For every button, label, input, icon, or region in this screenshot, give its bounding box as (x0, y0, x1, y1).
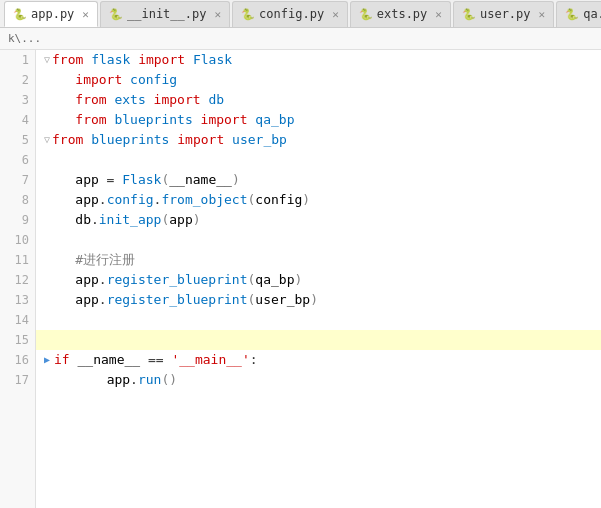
arg-config: config (255, 190, 302, 210)
tab-icon-qa-py: 🐍 (565, 8, 579, 21)
tab-qa-py[interactable]: 🐍 qa.py ✕ (556, 1, 601, 27)
var-app-8: app (75, 190, 98, 210)
tab-close-app-py[interactable]: ✕ (82, 8, 89, 21)
tab-app-py[interactable]: 🐍 app.py ✕ (4, 1, 98, 27)
code-line-10 (36, 230, 601, 250)
kw-import-1: import (138, 50, 185, 70)
comment-register: #进行注册 (75, 250, 135, 270)
arg-app-9: app (169, 210, 192, 230)
line-num-15: 15 (0, 330, 35, 350)
var-app-12: app (75, 270, 98, 290)
code-line-16: ▶if __name__ == '__main__': (36, 350, 601, 370)
tab-label-init-py: __init__.py (127, 7, 206, 21)
method-register-blueprint-12: register_blueprint (107, 270, 248, 290)
collapse-icon-5[interactable]: ▽ (44, 130, 50, 150)
method-run: run (138, 370, 161, 390)
arg-user-bp: user_bp (255, 290, 310, 310)
method-config: config (107, 190, 154, 210)
line-num-4: 4 (0, 110, 35, 130)
breadcrumb: k\... (0, 28, 601, 50)
str-main: '__main__' (171, 350, 249, 370)
line-num-6: 6 (0, 150, 35, 170)
code-line-3: from exts import db (36, 90, 601, 110)
code-line-9: db.init_app(app) (36, 210, 601, 230)
line-num-10: 10 (0, 230, 35, 250)
line-num-3: 3 (0, 90, 35, 110)
code-line-11: #进行注册 (36, 250, 601, 270)
method-init-app: init_app (99, 210, 162, 230)
line-num-2: 2 (0, 70, 35, 90)
line-num-11: 11 (0, 250, 35, 270)
code-line-14 (36, 310, 601, 330)
run-arrow-icon[interactable]: ▶ (44, 350, 50, 370)
collapse-icon-1[interactable]: ▽ (44, 50, 50, 70)
code-line-5: ▽from blueprints import user_bp (36, 130, 601, 150)
code-line-7: app = Flask(__name__) (36, 170, 601, 190)
name-flask: Flask (193, 50, 232, 70)
line-num-14: 14 (0, 310, 35, 330)
code-line-6 (36, 150, 601, 170)
tab-close-exts-py[interactable]: ✕ (435, 8, 442, 21)
kw-import-4: import (201, 110, 248, 130)
code-line-8: app.config.from_object(config) (36, 190, 601, 210)
method-register-blueprint-13: register_blueprint (107, 290, 248, 310)
var-db: db (75, 210, 91, 230)
name-db: db (208, 90, 224, 110)
editor: 1 2 3 4 5 6 7 8 9 10 11 12 13 14 15 16 1… (0, 50, 601, 508)
arg-qa-bp: qa_bp (255, 270, 294, 290)
tab-exts-py[interactable]: 🐍 exts.py ✕ (350, 1, 451, 27)
tab-label-app-py: app.py (31, 7, 74, 21)
line-numbers: 1 2 3 4 5 6 7 8 9 10 11 12 13 14 15 16 1… (0, 50, 36, 508)
tab-icon-app-py: 🐍 (13, 8, 27, 21)
var-app-13: app (75, 290, 98, 310)
kw-from-5: from (52, 130, 83, 150)
mod-flask: flask (91, 50, 130, 70)
kw-import-5: import (177, 130, 224, 150)
tab-label-qa-py: qa.py (583, 7, 601, 21)
code-content[interactable]: ▽from flask import Flask import config f… (36, 50, 601, 508)
code-line-17: app.run() (36, 370, 601, 390)
line-num-17: 17 (0, 370, 35, 390)
var-app-17: app (107, 370, 130, 390)
tab-user-py[interactable]: 🐍 user.py ✕ (453, 1, 554, 27)
mod-config: config (130, 70, 177, 90)
code-line-4: from blueprints import qa_bp (36, 110, 601, 130)
tab-label-exts-py: exts.py (377, 7, 428, 21)
tab-init-py[interactable]: 🐍 __init__.py ✕ (100, 1, 230, 27)
name-qa-bp: qa_bp (255, 110, 294, 130)
tab-bar: 🐍 app.py ✕ 🐍 __init__.py ✕ 🐍 config.py ✕… (0, 0, 601, 28)
kw-from-4: from (75, 110, 106, 130)
line-num-16: 16 (0, 350, 35, 370)
mod-blueprints-5: blueprints (91, 130, 169, 150)
code-line-13: app.register_blueprint(user_bp) (36, 290, 601, 310)
mod-blueprints-4: blueprints (114, 110, 192, 130)
tab-config-py[interactable]: 🐍 config.py ✕ (232, 1, 348, 27)
tab-close-config-py[interactable]: ✕ (332, 8, 339, 21)
code-line-12: app.register_blueprint(qa_bp) (36, 270, 601, 290)
tab-close-user-py[interactable]: ✕ (539, 8, 546, 21)
code-line-1: ▽from flask import Flask (36, 50, 601, 70)
kw-import-3: import (154, 90, 201, 110)
code-line-2: import config (36, 70, 601, 90)
line-num-7: 7 (0, 170, 35, 190)
tab-icon-config-py: 🐍 (241, 8, 255, 21)
line-num-13: 13 (0, 290, 35, 310)
kw-from-1: from (52, 50, 83, 70)
line-num-8: 8 (0, 190, 35, 210)
tab-icon-exts-py: 🐍 (359, 8, 373, 21)
tab-label-user-py: user.py (480, 7, 531, 21)
func-flask: Flask (122, 170, 161, 190)
kw-from-3: from (75, 90, 106, 110)
code-line-15 (36, 330, 601, 350)
line-num-1: 1 (0, 50, 35, 70)
var-dunder-name-16: __name__ (78, 350, 141, 370)
tab-close-init-py[interactable]: ✕ (214, 8, 221, 21)
mod-exts: exts (114, 90, 145, 110)
kw-import-2: import (75, 70, 122, 90)
kw-if: if (54, 350, 70, 370)
tab-icon-init-py: 🐍 (109, 8, 123, 21)
tab-label-config-py: config.py (259, 7, 324, 21)
line-num-5: 5 (0, 130, 35, 150)
var-dunder-name: __name__ (169, 170, 232, 190)
line-num-12: 12 (0, 270, 35, 290)
